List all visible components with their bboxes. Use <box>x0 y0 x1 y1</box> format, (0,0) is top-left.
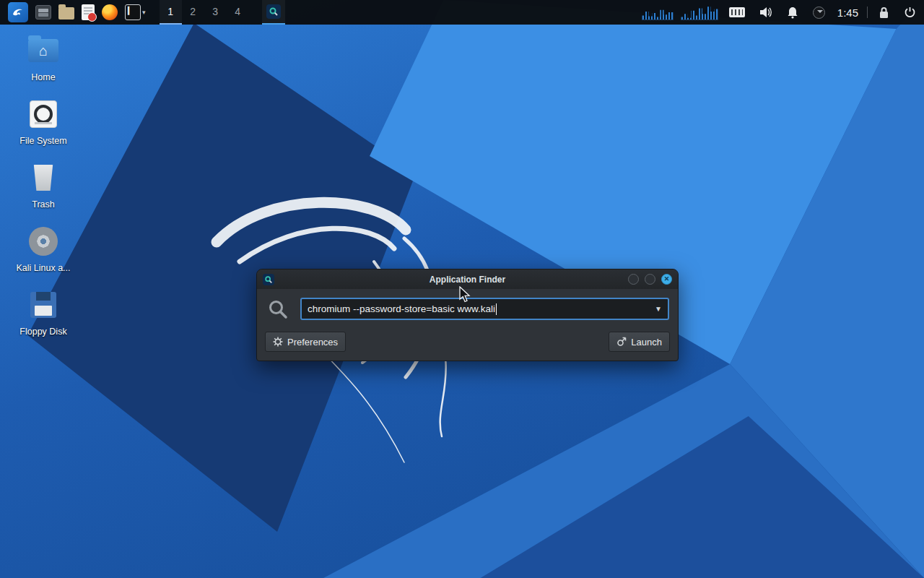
desktop-icon-kali-cd[interactable]: Kali Linux a... <box>13 225 74 273</box>
window-titlebar[interactable]: Application Finder ✕ <box>257 269 678 289</box>
workspace-switcher: 1 2 3 4 <box>160 0 249 25</box>
application-finder-window: Application Finder ✕ chromium --password… <box>256 269 679 361</box>
preferences-button[interactable]: Preferences <box>265 332 346 352</box>
search-input[interactable]: chromium --password-store=basic www.kali… <box>300 298 669 320</box>
document-icon <box>82 4 95 20</box>
screen-lock-button[interactable] <box>875 0 893 25</box>
power-icon <box>904 7 916 19</box>
desktop-icon-label: Floppy Disk <box>19 327 66 337</box>
window-title: Application Finder <box>257 275 678 285</box>
terminal-icon: ▍ <box>125 4 141 20</box>
firefox-launcher[interactable] <box>98 0 121 25</box>
firefox-icon <box>102 4 118 20</box>
text-editor-launcher[interactable] <box>78 0 98 25</box>
desktop-icon-trash[interactable]: Trash <box>13 162 74 210</box>
keyboard-icon <box>729 7 745 17</box>
kali-logo-icon <box>8 2 28 22</box>
taskbar-application-finder[interactable] <box>262 0 285 25</box>
launch-label: Launch <box>631 337 662 348</box>
minimize-button[interactable] <box>628 274 639 285</box>
file-manager-icon <box>35 5 51 20</box>
notifications[interactable] <box>783 0 802 25</box>
launch-icon <box>616 337 627 347</box>
terminal-launcher[interactable]: ▍ ▾ <box>121 0 149 25</box>
desktop-icon-floppy[interactable]: Floppy Disk <box>13 289 74 337</box>
panel-separator <box>867 7 868 18</box>
applications-menu-button[interactable] <box>4 0 32 25</box>
chevron-down-icon[interactable]: ▾ <box>142 9 146 16</box>
desktop-icon-list: ⌂ Home File System Trash Kali Linux a...… <box>13 35 74 337</box>
preferences-label: Preferences <box>287 337 338 348</box>
maximize-button[interactable] <box>645 274 655 285</box>
desktop-icon-label: Trash <box>32 199 55 210</box>
keyboard-indicator[interactable] <box>725 0 749 25</box>
desktop-icon-home[interactable]: ⌂ Home <box>13 35 74 82</box>
text-caret <box>496 303 497 315</box>
history-dropdown-arrow-icon[interactable]: ▼ <box>655 305 662 313</box>
folder-icon <box>58 7 74 20</box>
top-panel: ▍ ▾ 1 2 3 4 1:45 <box>0 0 924 25</box>
gear-icon <box>273 337 283 347</box>
disc-icon <box>29 227 58 256</box>
drive-icon <box>30 100 57 128</box>
clock[interactable]: 1:45 <box>836 7 860 19</box>
folder-launcher[interactable] <box>55 0 78 25</box>
search-input-value: chromium --password-store=basic www.kali <box>308 303 495 314</box>
window-icon <box>263 274 274 285</box>
logout-button[interactable] <box>900 0 920 25</box>
lock-icon <box>879 7 889 19</box>
cpu-graph-widget[interactable] <box>642 4 674 20</box>
desktop-icon-label: File System <box>19 136 66 146</box>
status-tray[interactable] <box>809 0 829 25</box>
volume-control[interactable] <box>756 0 776 25</box>
workspace-1[interactable]: 1 <box>160 0 182 25</box>
launch-button[interactable]: Launch <box>609 332 670 352</box>
workspace-3[interactable]: 3 <box>204 0 227 25</box>
desktop-icon-label: Home <box>31 72 55 82</box>
desktop-icon-file-system[interactable]: File System <box>13 98 74 146</box>
application-finder-icon <box>266 4 281 19</box>
file-manager-launcher[interactable] <box>32 0 55 25</box>
workspace-4[interactable]: 4 <box>227 0 249 25</box>
search-icon <box>267 298 289 320</box>
status-icon <box>813 7 825 19</box>
workspace-2[interactable]: 2 <box>182 0 204 25</box>
floppy-icon <box>30 292 56 318</box>
volume-icon <box>759 7 772 18</box>
trash-icon <box>32 165 54 191</box>
network-graph-widget[interactable] <box>681 4 718 20</box>
home-folder-icon: ⌂ <box>28 39 58 62</box>
close-button[interactable]: ✕ <box>661 274 672 285</box>
bell-icon <box>787 7 798 19</box>
desktop-icon-label: Kali Linux a... <box>16 263 70 273</box>
